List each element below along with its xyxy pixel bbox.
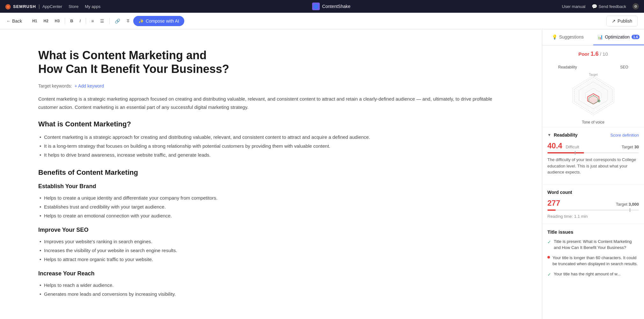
list-item[interactable]: It helps to drive brand awareness, incre… [38, 151, 504, 160]
app-name: ContentShake [322, 4, 351, 9]
format-tools: H1 H2 H3 B I ≡ ☰ 🔗 T [30, 17, 132, 25]
word-count-panel: Word count 277 Target 3,000 Reading time… [542, 184, 644, 224]
add-keyword-button[interactable]: + Add keyword [75, 83, 104, 89]
app-icon: 🌀 [312, 3, 320, 10]
tab-optimization[interactable]: 📊 Optimization 1.6 [593, 29, 644, 45]
word-count-target-marker [630, 208, 630, 212]
tab-suggestions[interactable]: 💡 Suggestions [542, 29, 593, 45]
check-icon-2: ✓ [547, 271, 551, 278]
bold-button[interactable]: B [68, 17, 76, 25]
publish-icon: ↗ [612, 18, 616, 24]
readability-label: Readability [558, 65, 577, 69]
optimization-icon: 📊 [597, 34, 603, 39]
section-heading-4: Increase Your Reach [38, 270, 504, 277]
nav-left: ◉ SEMRUSH | AppCenter Store My apps [5, 3, 100, 10]
score-display: Poor 1.6 / 10 [547, 51, 639, 57]
semrush-brand: SEMRUSH [13, 4, 36, 9]
nav-my-apps[interactable]: My apps [85, 4, 100, 9]
right-sidebar: 💡 Suggestions 📊 Optimization 1.6 Poor 1.… [542, 29, 644, 319]
send-feedback-link[interactable]: 💬 Send feedback [592, 4, 626, 9]
nav-center: 🌀 ContentShake [312, 3, 351, 10]
readability-target-marker [575, 151, 575, 155]
list-item[interactable]: It is a long-term strategy that focuses … [38, 142, 504, 151]
collapse-icon[interactable]: ▼ [547, 133, 551, 137]
suggestions-icon: 💡 [552, 34, 557, 39]
readability-value: 40.4 [547, 141, 562, 150]
word-count-progress [547, 209, 639, 211]
ordered-list-button[interactable]: ≡ [89, 17, 96, 25]
score-value: 1.6 [591, 51, 599, 57]
bullet-list-3: Improves your website's ranking in searc… [38, 237, 504, 264]
title-issue-text-2: Your title has the right amount of w... [554, 271, 621, 277]
top-nav: ◉ SEMRUSH | AppCenter Store My apps 🌀 Co… [0, 0, 644, 13]
score-quality-label: Poor [578, 51, 589, 57]
word-count-metric-row: 277 Target 3,000 [547, 199, 639, 208]
bullet-list-0: Content marketing is a strategic approac… [38, 133, 504, 160]
readability-target: Target 30 [622, 145, 639, 149]
toolbar-left: ← Back H1 H2 H3 B I ≡ ☰ 🔗 T ✨ Compose wi… [6, 16, 184, 26]
score-definition-link[interactable]: Score definition [610, 133, 639, 138]
section-heading-2: Establish Your Brand [38, 183, 504, 190]
compose-with-ai-button[interactable]: ✨ Compose with AI [133, 16, 184, 26]
article-intro[interactable]: Content marketing is a strategic marketi… [38, 95, 504, 111]
editor-area[interactable]: What is Content Marketing and How Can It… [0, 29, 542, 319]
user-manual-link[interactable]: User manual [562, 4, 586, 9]
link-button[interactable]: 🔗 [112, 17, 123, 25]
h3-button[interactable]: H3 [52, 17, 62, 25]
word-count-header: Word count [547, 190, 639, 195]
list-item[interactable]: Helps to reach a wider audience. [38, 281, 504, 290]
optimization-badge: 1.6 [632, 35, 640, 39]
compose-icon: ✨ [138, 18, 144, 24]
list-item[interactable]: Establishes trust and credibility with y… [38, 202, 504, 211]
svg-text:Target: Target [589, 73, 598, 76]
list-item[interactable]: Increases the visibility of your website… [38, 246, 504, 255]
target-keywords-row: Target keywords: + Add keyword [38, 83, 504, 89]
italic-button[interactable]: I [77, 17, 84, 25]
check-icon-0: ✓ [547, 239, 551, 245]
dot-icon-1 [547, 256, 550, 259]
bullet-list-2: Helps to create a unique identity and di… [38, 194, 504, 220]
readability-bar [547, 152, 584, 153]
score-separator: / [600, 51, 603, 57]
readability-panel: ▼ Readability Score definition 40.4 Diff… [542, 127, 644, 184]
readability-header: ▼ Readability Score definition [547, 132, 639, 138]
title-issues-panel: Title issues ✓ Title is present: What is… [542, 224, 644, 287]
readability-target-group: Target 30 [622, 144, 639, 150]
readability-description: The difficulty of your text corresponds … [547, 157, 639, 175]
nav-store[interactable]: Store [69, 4, 78, 9]
feedback-icon: 💬 [592, 4, 597, 9]
list-item[interactable]: Content marketing is a strategic approac… [38, 133, 504, 142]
sidebar-tabs: 💡 Suggestions 📊 Optimization 1.6 [542, 29, 644, 46]
word-count-bar [547, 209, 556, 211]
list-item[interactable]: Helps to create an emotional connection … [38, 211, 504, 220]
semrush-logo-icon: ◉ [5, 3, 11, 10]
h1-button[interactable]: H1 [30, 17, 40, 25]
nav-separator: | [39, 4, 40, 9]
word-count-title: Word count [547, 190, 572, 195]
radar-top-labels: Readability SEO [558, 65, 628, 69]
tone-of-voice-label: Tone of voice [582, 120, 604, 124]
format-divider-3 [109, 18, 110, 24]
section-heading-0: What is Content Marketing? [38, 120, 504, 128]
toolbar-right: ↗ Publish [606, 16, 638, 26]
radar-chart: Target [561, 71, 625, 120]
back-button[interactable]: ← Back [6, 18, 22, 24]
list-item[interactable]: Improves your website's ranking in searc… [38, 237, 504, 246]
title-issues-header: Title issues [547, 229, 639, 235]
bullet-list-4: Helps to reach a wider audience. Generat… [38, 281, 504, 299]
settings-icon[interactable]: ⚙ [633, 3, 639, 10]
semrush-logo[interactable]: ◉ SEMRUSH | AppCenter [5, 3, 62, 10]
list-item[interactable]: Helps to create a unique identity and di… [38, 194, 504, 202]
unordered-list-button[interactable]: ☰ [98, 17, 107, 25]
readability-metric-row: 40.4 Difficult Target 30 [547, 141, 639, 150]
title-issue-text-1: Your title is longer than 60 characters.… [553, 255, 639, 267]
publish-button[interactable]: ↗ Publish [606, 16, 638, 26]
list-item[interactable]: Generates more leads and conversions by … [38, 290, 504, 299]
back-arrow-icon: ← [6, 18, 11, 24]
h2-button[interactable]: H2 [41, 17, 51, 25]
title-issue-1: Your title is longer than 60 characters.… [547, 255, 639, 267]
list-item[interactable]: Helps to attract more organic traffic to… [38, 255, 504, 264]
article-title[interactable]: What is Content Marketing and How Can It… [38, 48, 504, 76]
score-section: Poor 1.6 / 10 [542, 46, 644, 65]
strikethrough-button[interactable]: T [124, 17, 132, 25]
